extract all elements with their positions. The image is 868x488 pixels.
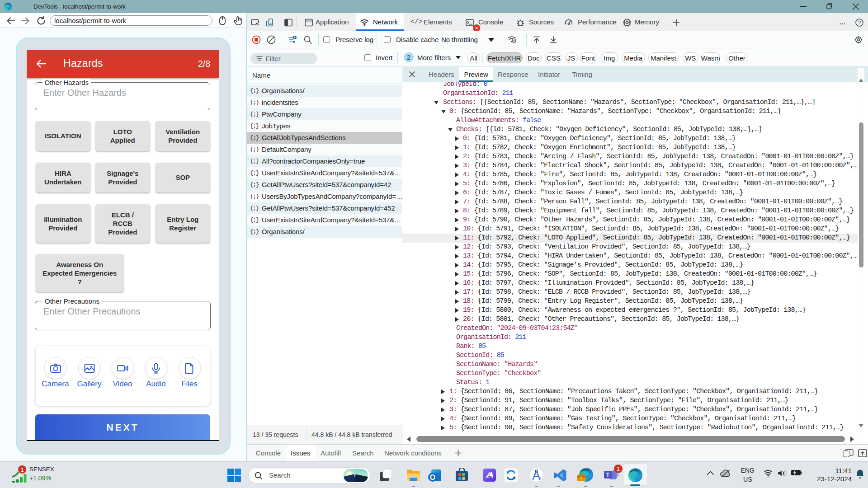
svg-text:O: O <box>430 473 435 481</box>
svg-text:?: ? <box>858 20 861 25</box>
svg-text:T: T <box>606 471 609 478</box>
